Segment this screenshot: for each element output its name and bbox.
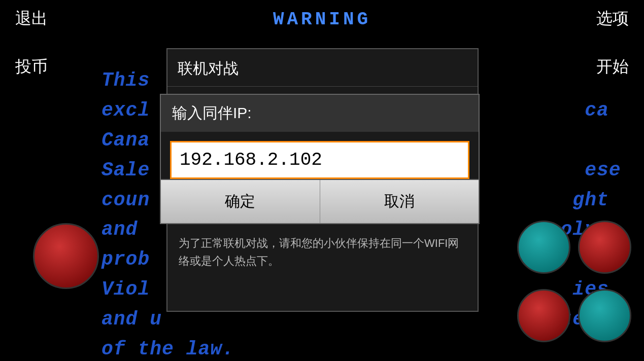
warning-title: WARNING [273, 9, 371, 30]
cancel-button[interactable]: 取消 [320, 180, 479, 223]
ip-input-wrapper [170, 141, 469, 179]
dialog-buttons: 确定 取消 [161, 179, 479, 223]
confirm-button[interactable]: 确定 [161, 180, 320, 223]
ip-input-dialog: 输入同伴IP: 确定 取消 [160, 94, 480, 224]
options-button[interactable]: 选项 [596, 8, 629, 30]
left-circle-button[interactable] [33, 223, 99, 289]
right-bottom-teal-button[interactable] [578, 289, 631, 342]
right-bottom-red-button[interactable] [517, 289, 570, 342]
outer-dialog-title: 联机对战 [167, 49, 478, 87]
ip-input[interactable] [172, 142, 468, 177]
quit-button[interactable]: 退出 [15, 8, 48, 30]
ip-dialog-header: 输入同伴IP: [161, 95, 479, 132]
right-top-teal-button[interactable] [517, 221, 570, 274]
right-top-red-button[interactable] [578, 221, 631, 274]
outer-dialog-note: 为了正常联机对战，请和您的小伙伴保持在同一个WIFI网络或是个人热点下。 [167, 226, 478, 275]
ip-dialog-body [161, 132, 479, 179]
coin-button[interactable]: 投币 [15, 56, 48, 78]
